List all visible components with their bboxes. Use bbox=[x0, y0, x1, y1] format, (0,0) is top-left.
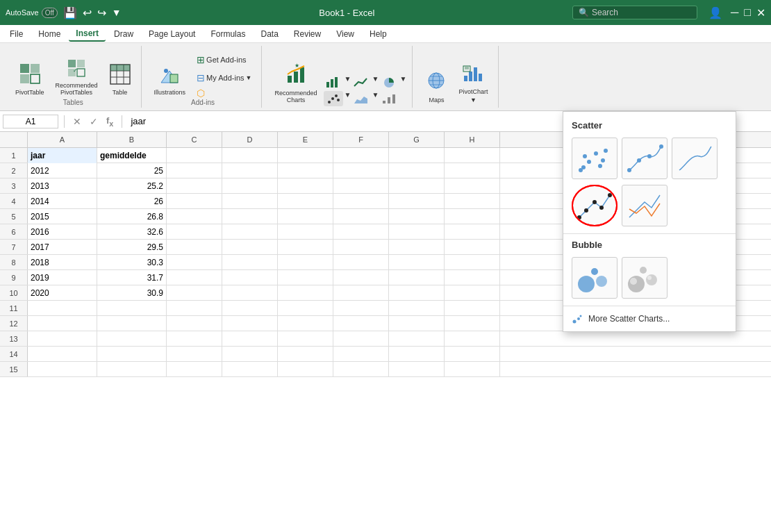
sheet-cell[interactable] bbox=[278, 362, 333, 377]
sheet-cell[interactable] bbox=[167, 224, 222, 240]
sheet-cell[interactable] bbox=[333, 270, 389, 285]
menu-view[interactable]: View bbox=[329, 27, 361, 41]
sheet-cell[interactable] bbox=[97, 362, 167, 377]
scatter-chart-button[interactable] bbox=[324, 91, 343, 106]
scatter-smooth-lines-markers[interactable] bbox=[622, 138, 668, 179]
sheet-cell[interactable] bbox=[389, 255, 445, 270]
sheet-cell[interactable] bbox=[167, 240, 222, 255]
sheet-cell[interactable] bbox=[97, 316, 167, 331]
my-addins-button[interactable]: ⊟ My Add-ins ▼ bbox=[192, 69, 256, 86]
sheet-cell[interactable] bbox=[333, 316, 389, 331]
sheet-cell[interactable]: gemiddelde bbox=[97, 148, 167, 163]
sheet-cell[interactable] bbox=[389, 362, 445, 377]
sheet-cell[interactable] bbox=[445, 270, 500, 285]
col-header-C[interactable]: C bbox=[167, 132, 222, 147]
redo-icon[interactable]: ↪ bbox=[97, 6, 106, 19]
get-addins-button[interactable]: ⊞ Get Add-ins bbox=[192, 51, 256, 68]
sheet-cell[interactable] bbox=[222, 285, 278, 301]
sheet-cell[interactable]: jaar bbox=[28, 148, 97, 163]
sheet-cell[interactable]: 30.3 bbox=[97, 255, 167, 270]
sheet-cell[interactable]: 25.2 bbox=[97, 178, 167, 194]
scatter-smooth-lines-only[interactable] bbox=[672, 138, 718, 179]
cancel-formula-icon[interactable]: ✕ bbox=[70, 116, 84, 127]
sheet-cell[interactable] bbox=[389, 301, 445, 316]
sheet-cell[interactable] bbox=[389, 148, 445, 163]
sheet-cell[interactable] bbox=[222, 347, 278, 362]
sheet-cell[interactable]: 2013 bbox=[28, 178, 97, 194]
autosave-control[interactable]: AutoSave Off bbox=[6, 8, 58, 18]
sheet-cell[interactable] bbox=[333, 148, 389, 163]
sheet-cell[interactable] bbox=[445, 285, 500, 301]
sheet-cell[interactable] bbox=[278, 209, 333, 224]
col-header-G[interactable]: G bbox=[389, 132, 445, 147]
sheet-cell[interactable] bbox=[333, 194, 389, 209]
sheet-cell[interactable] bbox=[278, 255, 333, 270]
line-chart-button[interactable] bbox=[351, 75, 371, 90]
sheet-cell[interactable] bbox=[167, 331, 222, 347]
menu-formulas[interactable]: Formulas bbox=[204, 27, 252, 41]
sheet-cell[interactable]: 2018 bbox=[28, 255, 97, 270]
sheet-cell[interactable] bbox=[389, 209, 445, 224]
bubble-3d-chart[interactable] bbox=[622, 257, 668, 299]
close-icon[interactable]: ✕ bbox=[756, 6, 765, 19]
sheet-cell[interactable] bbox=[222, 194, 278, 209]
sheet-cell[interactable] bbox=[278, 224, 333, 240]
scatter-straight-lines-only[interactable] bbox=[622, 185, 668, 226]
sheet-cell[interactable] bbox=[278, 285, 333, 301]
sheet-cell[interactable] bbox=[222, 209, 278, 224]
search-box[interactable]: 🔍 Search bbox=[572, 6, 697, 19]
sheet-cell[interactable] bbox=[222, 270, 278, 285]
sheet-cell[interactable] bbox=[445, 301, 500, 316]
sheet-cell[interactable]: 30.9 bbox=[97, 285, 167, 301]
sheet-cell[interactable] bbox=[278, 270, 333, 285]
sheet-cell[interactable] bbox=[333, 362, 389, 377]
menu-home[interactable]: Home bbox=[31, 27, 67, 41]
sheet-cell[interactable] bbox=[167, 316, 222, 331]
sheet-cell[interactable] bbox=[389, 224, 445, 240]
col-header-B[interactable]: B bbox=[97, 132, 167, 147]
sheet-cell[interactable] bbox=[278, 178, 333, 194]
sheet-cell[interactable] bbox=[167, 178, 222, 194]
bar-chart-dropdown[interactable]: ▼ bbox=[344, 75, 351, 90]
sheet-cell[interactable] bbox=[278, 347, 333, 362]
sheet-cell[interactable] bbox=[28, 362, 97, 377]
sheet-cell[interactable]: 26 bbox=[97, 194, 167, 209]
sheet-cell[interactable] bbox=[445, 178, 500, 194]
sheet-cell[interactable] bbox=[222, 240, 278, 255]
scatter-only-markers[interactable] bbox=[572, 138, 617, 179]
sheet-cell[interactable] bbox=[389, 194, 445, 209]
sheet-cell[interactable] bbox=[97, 347, 167, 362]
sheet-cell[interactable] bbox=[333, 347, 389, 362]
save-icon[interactable]: 💾 bbox=[63, 6, 77, 19]
sheet-cell[interactable] bbox=[278, 301, 333, 316]
sheet-cell[interactable] bbox=[445, 331, 500, 347]
more-charts-button[interactable] bbox=[379, 91, 399, 106]
sheet-cell[interactable] bbox=[445, 316, 500, 331]
sheet-cell[interactable] bbox=[222, 255, 278, 270]
menu-help[interactable]: Help bbox=[363, 27, 394, 41]
sheet-cell[interactable] bbox=[278, 163, 333, 178]
customize-icon[interactable]: ▼ bbox=[112, 7, 122, 18]
sheet-cell[interactable]: 2019 bbox=[28, 270, 97, 285]
sheet-cell[interactable] bbox=[222, 316, 278, 331]
sheet-cell[interactable] bbox=[28, 331, 97, 347]
col-header-E[interactable]: E bbox=[278, 132, 333, 147]
sheet-cell[interactable] bbox=[445, 255, 500, 270]
autosave-toggle[interactable]: Off bbox=[42, 8, 58, 18]
sheet-cell[interactable] bbox=[333, 301, 389, 316]
sheet-cell[interactable] bbox=[222, 224, 278, 240]
sheet-cell[interactable]: 29.5 bbox=[97, 240, 167, 255]
sheet-cell[interactable] bbox=[389, 163, 445, 178]
menu-review[interactable]: Review bbox=[287, 27, 328, 41]
sheet-cell[interactable] bbox=[97, 331, 167, 347]
sheet-cell[interactable] bbox=[97, 301, 167, 316]
col-header-F[interactable]: F bbox=[333, 132, 389, 147]
sheet-cell[interactable] bbox=[333, 209, 389, 224]
col-header-H[interactable]: H bbox=[445, 132, 500, 147]
confirm-formula-icon[interactable]: ✓ bbox=[87, 116, 101, 127]
sheet-cell[interactable] bbox=[333, 331, 389, 347]
sheet-cell[interactable] bbox=[333, 163, 389, 178]
recommended-pivottables-button[interactable]: ✓ RecommendedPivotTables bbox=[51, 56, 102, 99]
col-header-A[interactable]: A bbox=[28, 132, 97, 147]
sheet-cell[interactable] bbox=[28, 301, 97, 316]
